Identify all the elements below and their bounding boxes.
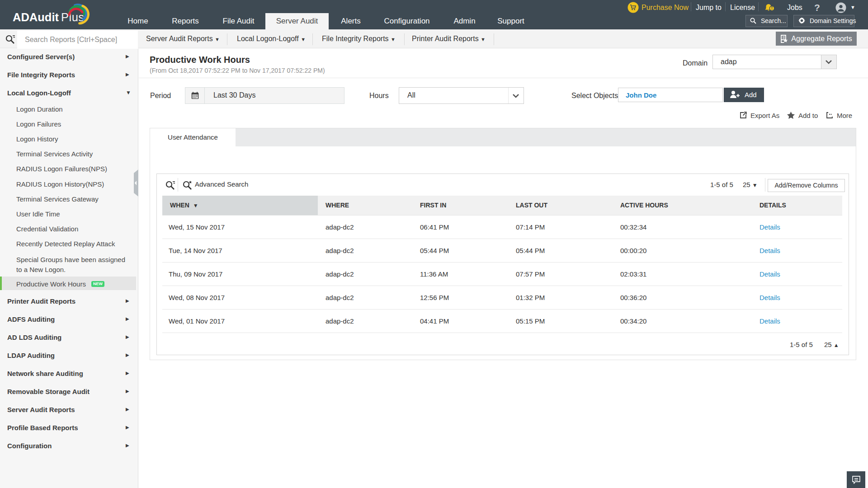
svg-text:ADAudit: ADAudit	[13, 11, 59, 23]
svg-text:Plus: Plus	[61, 11, 85, 23]
svg-text:!: !	[771, 6, 773, 11]
